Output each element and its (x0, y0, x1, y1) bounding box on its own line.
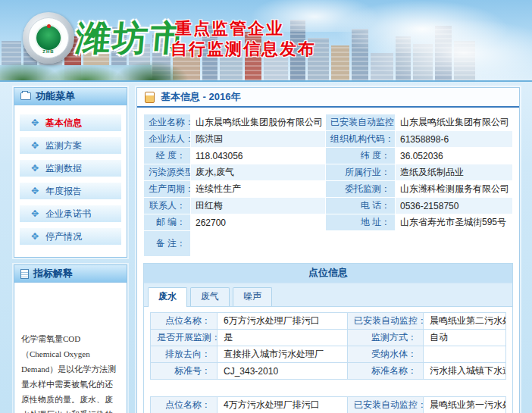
tab-label: 废气 (201, 291, 219, 302)
point-info-row: 是否开展监测： 是 监测方式： 自动 (151, 330, 506, 346)
field-label: 委托监测： (326, 181, 396, 198)
compass-arrow-icon: ✥ (31, 209, 39, 218)
field-value: 4万方污水处理厂排污口 (217, 397, 348, 413)
field-label: 电 话： (326, 198, 396, 214)
sidebar-menu-item[interactable]: ✥ 年度报告 (20, 183, 121, 199)
main-content: 基本信息 - 2016年 企业名称： 山东晨鸣纸业集团股份有限公司 已安装自动监… (136, 87, 520, 413)
point-info-row: 标准号： CJ_343-2010 标准名称： 污水排入城镇下水道水质标准 (151, 363, 506, 380)
indicator-explain-text: 化学需氧量COD（Chemical Oxygen Demand）是以化学方法测量… (14, 283, 127, 413)
sidebar-menu-item-label: 年度报告 (45, 185, 82, 198)
sidebar-menu-item[interactable]: ✥ 停产情况 (20, 228, 121, 245)
point-info-row: 排放去向： 直接排入城市污水处理厂 受纳水体： (151, 346, 506, 363)
point-info-row: 点位名称： 6万方污水处理厂排污口 已安装自动监控： 晨鸣纸业第二污水处理厂 (151, 313, 506, 330)
point-info-tabbar: 废水 废气 噪声 (144, 283, 512, 307)
basic-info-table: 企业名称： 山东晨鸣纸业集团股份有限公司 已安装自动监控： 山东晨鸣纸业集团有限… (143, 114, 513, 257)
sidebar-menu-item-label: 监测方案 (45, 139, 82, 152)
document-icon (20, 269, 29, 279)
tab-label: 噪声 (243, 291, 261, 302)
point-table-1: 点位名称： 6万方污水处理厂排污口 已安装自动监控： 晨鸣纸业第二污水处理厂 是… (150, 312, 506, 380)
field-value: 262700 (191, 214, 326, 231)
epa-logo-text: ZHB (29, 49, 68, 54)
field-label: 企业法人： (144, 131, 191, 148)
field-value: 连续性生产 (191, 181, 326, 198)
field-value: 0536-2158750 (396, 198, 513, 214)
field-label: 是否开展监测： (151, 330, 217, 346)
compass-arrow-icon: ✥ (31, 186, 39, 196)
field-value: 陈洪国 (191, 131, 326, 148)
basic-info-panel: 基本信息 - 2016年 企业名称： 山东晨鸣纸业集团股份有限公司 已安装自动监… (136, 87, 520, 413)
basic-info-row: 企业法人： 陈洪国 组织机构代码： 61358898-6 (144, 131, 513, 148)
compass-arrow-icon: ✥ (31, 164, 39, 173)
basic-info-row: 污染源类型： 废水,废气 所属行业： 造纸及纸制品业 (144, 164, 513, 181)
field-value: 自动 (424, 330, 506, 346)
point-info-tab[interactable]: 废水 (148, 287, 187, 307)
site-subtitle: 重点监管企业 自行监测信息发布 (175, 18, 316, 59)
field-label: 备 注： (144, 231, 191, 257)
function-menu-list: ✥ 基本信息 ✥ 监测方案 ✥ 监测数据 (14, 105, 127, 257)
field-label: 地 址： (326, 214, 396, 231)
field-label: 点位名称： (151, 313, 217, 330)
field-value: 晨鸣纸业第二污水处理厂 (424, 313, 506, 330)
field-value: 118.043056 (191, 148, 326, 164)
field-value: 山东潍科检测服务有限公司 (396, 181, 513, 198)
sidebar-menu-item[interactable]: ✥ 监测方案 (20, 137, 121, 154)
remark-row: 备 注： (144, 231, 513, 257)
field-value (191, 231, 513, 257)
field-label: 污染源类型： (144, 164, 191, 181)
tab-label: 废水 (158, 291, 177, 302)
basic-info-row: 企业名称： 山东晨鸣纸业集团股份有限公司 已安装自动监控： 山东晨鸣纸业集团有限… (144, 114, 513, 131)
table-gap (144, 385, 512, 391)
field-label: 标准号： (151, 363, 217, 380)
basic-info-header: 基本信息 - 2016年 (137, 88, 519, 108)
indicator-explain-panel: 指标解释 化学需氧量COD（Chemical Oxygen Demand）是以化… (14, 264, 127, 413)
sidebar-menu-item-label: 基本信息 (45, 117, 82, 130)
field-value: 污水排入城镇下水道水质标准 (424, 363, 506, 380)
indicator-explain-header: 指标解释 (14, 265, 127, 283)
field-value: 废水,废气 (191, 164, 326, 181)
field-value: 61358898-6 (396, 131, 513, 148)
field-label: 联系人： (144, 198, 191, 214)
field-value: 36.052036 (396, 148, 513, 164)
field-label: 已安装自动监控： (348, 313, 424, 330)
epa-logo: ZHB (23, 12, 74, 64)
function-menu-header: 功能菜单 (14, 88, 127, 105)
function-menu-title: 功能菜单 (36, 89, 75, 103)
field-value: 直接排入城市污水处理厂 (217, 346, 348, 363)
point-info-row: 点位名称： 4万方污水处理厂排污口 已安装自动监控： 晨鸣纸业第一污水处理厂 (151, 397, 506, 413)
compass-arrow-icon: ✥ (31, 232, 39, 241)
epa-logo-inner: ZHB (28, 17, 69, 58)
field-label: 受纳水体： (348, 346, 424, 363)
field-value: 6万方污水处理厂排污口 (217, 313, 348, 330)
field-value (424, 346, 506, 363)
compass-arrow-icon: ✥ (31, 118, 39, 127)
field-value: 山东晨鸣纸业集团有限公司 (396, 114, 513, 131)
compass-arrow-icon: ✥ (31, 141, 39, 150)
field-value: 造纸及纸制品业 (396, 164, 513, 181)
content-area: 功能菜单 ✥ 基本信息 ✥ 监测方案 (0, 82, 532, 413)
point-info-section: 点位信息 废水 废气 噪声 (143, 263, 513, 413)
sidebar: 功能菜单 ✥ 基本信息 ✥ 监测方案 (14, 87, 127, 413)
field-label: 企业名称： (144, 114, 191, 131)
subtitle-line-2: 自行监测信息发布 (171, 39, 316, 59)
sidebar-menu-item-label: 企业承诺书 (45, 208, 91, 221)
sidebar-menu-item[interactable]: ✥ 监测数据 (20, 160, 121, 177)
field-label: 监测方式： (348, 330, 424, 346)
point-info-tab[interactable]: 废气 (190, 287, 230, 306)
field-value: 是 (217, 330, 348, 346)
point-info-title: 点位信息 (144, 264, 512, 283)
epa-logo-globe (36, 26, 61, 50)
field-label: 生产周期： (144, 181, 191, 198)
field-label: 所属行业： (326, 164, 396, 181)
page: ZHB 潍坊市 重点监管企业 自行监测信息发布 功能菜单 ✥ (0, 0, 532, 413)
point-info-tab[interactable]: 噪声 (233, 287, 272, 306)
indicator-explain-title: 指标解释 (33, 267, 73, 280)
field-value: 晨鸣纸业第一污水处理厂 (424, 397, 506, 413)
sidebar-menu-item[interactable]: ✥ 企业承诺书 (20, 205, 121, 222)
field-value: CJ_343-2010 (217, 363, 348, 380)
basic-info-row: 邮 编： 262700 地 址： 山东省寿光市圣城街595号 (144, 214, 513, 231)
field-label: 邮 编： (144, 214, 191, 231)
subtitle-line-1: 重点监管企业 (175, 18, 316, 39)
basic-info-row: 联系人： 田红梅 电 话： 0536-2158750 (144, 198, 513, 214)
sidebar-menu-item[interactable]: ✥ 基本信息 (20, 114, 121, 131)
site-banner: ZHB 潍坊市 重点监管企业 自行监测信息发布 (0, 0, 532, 82)
